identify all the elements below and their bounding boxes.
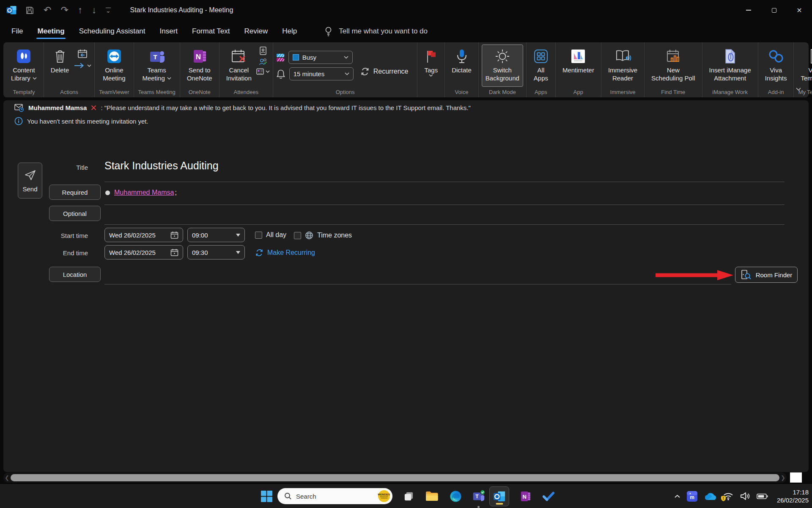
required-button[interactable]: Required <box>49 185 101 200</box>
request-responses-icon[interactable] <box>258 58 268 66</box>
task-view-button[interactable] <box>402 489 415 503</box>
recurrence-button[interactable]: Recurrence <box>354 67 414 76</box>
teams-icon[interactable]: T <box>472 489 485 503</box>
taskbar-clock[interactable]: 17:18 26/02/2025 <box>774 488 809 504</box>
reminder-select[interactable]: 15 minutes <box>289 67 354 80</box>
tray-chevron-up-icon[interactable] <box>674 494 680 498</box>
delete-button[interactable]: Delete <box>47 44 73 87</box>
onenote-taskbar-icon[interactable]: N <box>518 489 532 503</box>
cancel-invitation-button[interactable]: Cancel Invitation <box>222 44 255 87</box>
taskbar-search[interactable]: Search MENZIES BRIGHTER THINKING <box>277 488 392 504</box>
volume-icon[interactable] <box>740 492 750 500</box>
not-sent-text: You haven't sent this meeting invitation… <box>27 118 148 125</box>
ribbon: Content Library Templafy Delete <box>3 42 809 97</box>
tab-meeting[interactable]: Meeting <box>30 22 71 41</box>
show-as-select[interactable]: Busy <box>288 51 353 64</box>
customize-quick-access-icon[interactable]: ⌄ <box>106 8 111 13</box>
scheduling-poll-icon <box>665 47 681 66</box>
tab-review[interactable]: Review <box>237 22 275 41</box>
tags-button[interactable]: Tags <box>420 44 442 87</box>
send-button[interactable]: Send <box>18 163 42 199</box>
chevron-down-icon <box>344 56 348 59</box>
wifi-icon[interactable] <box>723 492 734 501</box>
minimize-button[interactable] <box>736 0 761 20</box>
respond-arrow-icon[interactable] <box>74 63 91 69</box>
attendee-link[interactable]: Muhammed Mamsa <box>114 189 174 196</box>
location-button[interactable]: Location <box>49 267 101 282</box>
mentimeter-button[interactable]: Mentimeter <box>559 44 598 87</box>
viva-insights-button[interactable]: Viva Insights <box>761 44 791 87</box>
contact-card-icon[interactable] <box>256 68 270 75</box>
redo-icon[interactable]: ↷ <box>60 6 68 15</box>
tab-help[interactable]: Help <box>275 22 304 41</box>
make-recurring-link[interactable]: Make Recurring <box>255 248 315 257</box>
menzies-badge[interactable]: MENZIES BRIGHTER THINKING <box>377 489 391 503</box>
dictate-button[interactable]: Dictate <box>448 44 475 87</box>
forward-meeting-icon[interactable] <box>77 49 88 59</box>
attendee-separator: ; <box>175 189 176 196</box>
annotation-arrow <box>654 270 735 281</box>
group-label-templafy: Templafy <box>7 87 41 97</box>
battery-icon[interactable] <box>757 493 768 500</box>
save-icon[interactable] <box>25 6 34 15</box>
svg-text:T: T <box>153 53 157 61</box>
undo-icon[interactable]: ↶ <box>44 6 51 15</box>
all-day-checkbox[interactable]: All day <box>255 231 286 239</box>
checkbox-icon[interactable] <box>255 232 262 239</box>
close-button[interactable]: ✕ <box>787 0 812 20</box>
move-down-icon[interactable]: ↓ <box>92 6 96 15</box>
title-input[interactable]: Stark Industries Auditing <box>104 160 219 172</box>
time-zones-checkbox[interactable]: Time zones <box>294 231 352 240</box>
send-to-onenote-button[interactable]: N Send to OneNote <box>183 44 216 87</box>
document-lightning-icon <box>808 47 812 66</box>
tab-file[interactable]: File <box>4 22 30 41</box>
collapse-ribbon-icon[interactable] <box>796 88 801 91</box>
switch-background-button[interactable]: Switch Background <box>482 44 523 87</box>
maximize-button[interactable] <box>761 0 787 20</box>
svg-text:T: T <box>475 494 479 500</box>
optional-button[interactable]: Optional <box>49 206 101 221</box>
teams-meeting-button[interactable]: T Teams Meeting <box>138 44 175 87</box>
imanage-tray-icon[interactable]: m <box>687 491 697 502</box>
globe-icon <box>305 231 313 240</box>
group-label-app: App <box>559 87 598 97</box>
content-library-button[interactable]: Content Library <box>7 44 41 87</box>
start-time-select[interactable]: 09:00 <box>187 228 245 242</box>
tab-format-text[interactable]: Format Text <box>185 22 237 41</box>
immersive-reader-button[interactable]: Immersive Reader <box>604 44 641 87</box>
required-attendees-field[interactable]: Muhammed Mamsa; <box>105 189 177 196</box>
taskbar: Search MENZIES BRIGHTER THINKING T N m <box>0 483 812 508</box>
start-date-picker[interactable]: Wed 26/02/2025 <box>104 228 183 242</box>
file-explorer-icon[interactable] <box>425 489 439 503</box>
horizontal-scrollbar[interactable]: ❮ ❯ <box>3 472 787 483</box>
edge-icon[interactable] <box>449 489 462 503</box>
scroll-left-icon[interactable]: ❮ <box>5 475 9 480</box>
address-book-icon[interactable] <box>259 46 267 55</box>
ribbon-group-immersive: Immersive Reader Immersive <box>601 42 645 97</box>
tell-me-box[interactable]: Tell me what you want to do <box>324 26 428 36</box>
room-finder-button[interactable]: Room Finder <box>735 267 798 283</box>
group-label-immersive: Immersive <box>604 87 641 97</box>
online-meeting-button[interactable]: Online Meeting <box>99 44 129 87</box>
move-up-icon[interactable]: ↑ <box>78 6 82 15</box>
checkbox-icon[interactable] <box>294 232 301 239</box>
scrollbar-thumb[interactable] <box>11 474 779 481</box>
ribbon-group-app: Mentimeter App <box>556 42 601 97</box>
ribbon-group-dark-mode: Switch Background Dark Mode <box>479 42 527 97</box>
onedrive-icon[interactable] <box>704 492 716 500</box>
todo-icon[interactable] <box>542 489 555 503</box>
window-title: Stark Industries Auditing - Meeting <box>130 6 233 14</box>
apps-grid-icon <box>533 47 549 66</box>
all-apps-button[interactable]: All Apps <box>529 44 552 87</box>
scroll-right-icon[interactable]: ❯ <box>781 475 785 480</box>
insert-imanage-attachment-button[interactable]: Insert iManage Attachment <box>705 44 755 87</box>
info-icon <box>14 117 23 125</box>
start-button[interactable] <box>260 489 273 503</box>
end-time-select[interactable]: 09:30 <box>187 245 245 260</box>
end-date-picker[interactable]: Wed 26/02/2025 <box>104 245 183 260</box>
view-templates-button[interactable]: View Templates <box>797 44 812 87</box>
new-scheduling-poll-button[interactable]: New Scheduling Poll <box>647 44 699 87</box>
outlook-taskbar-button[interactable] <box>489 486 509 506</box>
tab-scheduling-assistant[interactable]: Scheduling Assistant <box>72 22 153 41</box>
tab-insert[interactable]: Insert <box>153 22 185 41</box>
